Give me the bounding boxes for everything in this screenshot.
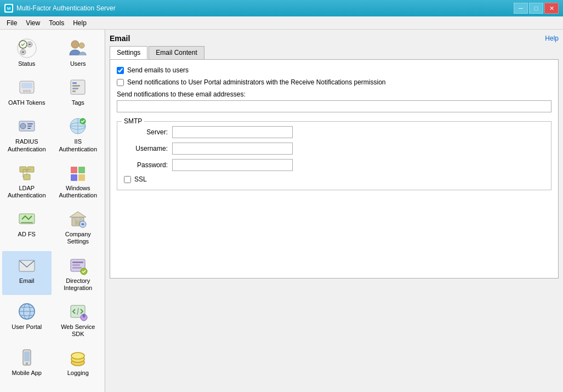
smtp-server-label: Server: [124, 128, 168, 136]
svg-rect-16 [71, 80, 85, 94]
sidebar-item-users[interactable]: Users [54, 34, 103, 71]
sdk-icon [67, 300, 89, 322]
iis-icon [67, 115, 89, 137]
sidebar-item-adfs-label: AD FS [18, 231, 36, 238]
smtp-password-label: Password: [124, 161, 168, 169]
svg-point-67 [26, 362, 28, 365]
app-icon: M [4, 4, 13, 13]
svg-rect-6 [29, 44, 31, 45]
sidebar-item-company-settings[interactable]: Company Settings [54, 204, 103, 248]
title-bar-left: M Multi-Factor Authentication Server [4, 4, 116, 13]
maximize-button[interactable]: □ [529, 3, 543, 14]
svg-rect-8 [22, 52, 24, 53]
send-notifications-label[interactable]: Send notifications to User Portal admini… [127, 78, 386, 86]
adfs-icon [16, 208, 38, 230]
tab-content: Send emails to users Send notifications … [110, 59, 559, 279]
svg-rect-17 [72, 82, 77, 84]
windows-icon [67, 162, 89, 184]
mobile-icon [16, 346, 38, 368]
sidebar-item-radius-label: RADIUS Authentication [4, 138, 49, 152]
sidebar-item-adfs[interactable]: AD FS [2, 204, 52, 248]
send-emails-row: Send emails to users [117, 66, 551, 74]
tab-email-content-label: Email Content [156, 49, 197, 56]
portal-icon [16, 300, 38, 322]
radius-icon [16, 115, 38, 137]
svg-point-15 [29, 90, 31, 92]
smtp-legend: SMTP [122, 117, 144, 125]
smtp-password-input[interactable] [172, 159, 293, 171]
sidebar-item-status-label: Status [18, 60, 35, 67]
sidebar-item-email[interactable]: Email [2, 251, 52, 295]
smtp-username-input[interactable] [172, 143, 293, 155]
oath-icon [16, 76, 38, 98]
tab-settings[interactable]: Settings [110, 46, 147, 59]
svg-rect-18 [72, 85, 80, 87]
tags-icon [67, 76, 89, 98]
ssl-label[interactable]: SSL [134, 175, 147, 183]
menu-tools[interactable]: Tools [44, 18, 69, 28]
sidebar-item-mobile-app[interactable]: Mobile App [2, 343, 52, 380]
svg-point-13 [23, 90, 25, 92]
company-icon [67, 208, 89, 230]
svg-rect-19 [72, 88, 78, 89]
svg-rect-44 [21, 222, 33, 223]
ssl-row: SSL [124, 175, 544, 183]
svg-point-9 [71, 41, 79, 48]
sidebar-item-windows-auth[interactable]: Windows Authentication [54, 158, 103, 202]
svg-point-22 [20, 123, 26, 129]
window-title: Multi-Factor Authentication Server [16, 4, 116, 12]
sidebar-item-directory[interactable]: Directory Integration [54, 251, 103, 295]
ssl-checkbox[interactable] [124, 176, 131, 183]
email-addresses-section: Send notifications to these email addres… [117, 90, 551, 119]
sidebar-item-tags-label: Tags [72, 99, 84, 106]
minimize-button[interactable]: ─ [514, 3, 528, 14]
close-button[interactable]: ✕ [544, 3, 559, 14]
menu-bar: File View Tools Help [0, 16, 563, 30]
menu-file[interactable]: File [2, 18, 21, 28]
smtp-server-input[interactable] [172, 126, 293, 138]
sidebar-item-tags[interactable]: Tags [54, 73, 103, 110]
sidebar-item-email-label: Email [19, 277, 35, 285]
panel-title: Email [110, 34, 130, 43]
sidebar-item-company-label: Company Settings [56, 231, 101, 245]
sidebar-item-user-portal[interactable]: User Portal [2, 297, 52, 341]
send-notifications-checkbox[interactable] [117, 79, 124, 86]
sidebar-item-iis-label: IIS Authentication [56, 138, 101, 152]
email-addresses-input[interactable] [117, 100, 551, 112]
tab-settings-label: Settings [117, 49, 140, 56]
sidebar-item-ldap-auth[interactable]: LDAP Authentication [2, 158, 52, 202]
sidebar-item-mobile-label: Mobile App [12, 370, 42, 377]
sidebar-item-logging[interactable]: Logging [54, 343, 103, 380]
sidebar-item-radius-auth[interactable]: RADIUS Authentication [2, 112, 52, 156]
sidebar-item-oath-tokens[interactable]: OATH Tokens [2, 73, 52, 110]
menu-view[interactable]: View [21, 18, 44, 28]
tab-email-content[interactable]: Email Content [149, 46, 204, 59]
help-link[interactable]: Help [545, 35, 559, 42]
sidebar-item-sdk[interactable]: Web Service SDK [54, 297, 103, 341]
sidebar-item-windows-label: Windows Authentication [56, 185, 101, 199]
svg-rect-49 [74, 218, 76, 220]
svg-rect-41 [71, 174, 77, 181]
smtp-username-label: Username: [124, 145, 168, 152]
window-controls: ─ □ ✕ [514, 3, 559, 14]
send-notifications-row: Send notifications to User Portal admini… [117, 78, 551, 86]
sidebar-item-sdk-label: Web Service SDK [56, 323, 101, 338]
smtp-password-row: Password: [124, 159, 544, 171]
menu-help[interactable]: Help [69, 18, 91, 28]
ldap-icon [16, 162, 38, 184]
send-emails-label[interactable]: Send emails to users [127, 66, 189, 74]
svg-rect-12 [21, 83, 32, 88]
svg-rect-23 [27, 123, 33, 124]
sidebar-grid: Status Users [2, 34, 103, 380]
svg-rect-55 [72, 264, 80, 266]
sidebar-item-status[interactable]: Status [2, 34, 52, 71]
svg-rect-56 [72, 267, 82, 269]
svg-rect-42 [78, 174, 85, 181]
content-area: Email Help Settings Email Content Send e… [105, 30, 563, 392]
sidebar-item-ldap-label: LDAP Authentication [4, 185, 49, 199]
sidebar-item-iis-auth[interactable]: IIS Authentication [54, 112, 103, 156]
panel-header: Email Help [110, 34, 559, 43]
send-emails-checkbox[interactable] [117, 67, 124, 74]
logging-icon [67, 346, 89, 368]
smtp-username-row: Username: [124, 143, 544, 155]
